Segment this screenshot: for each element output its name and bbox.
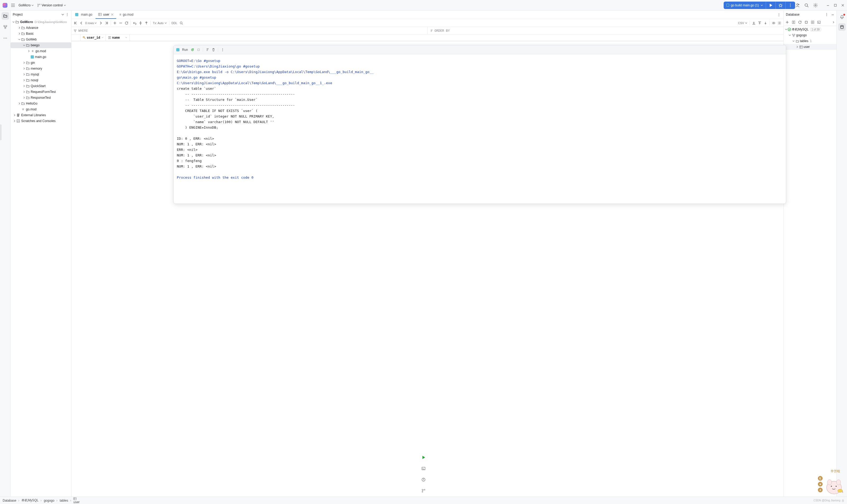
- upload-icon[interactable]: [758, 21, 761, 25]
- tabs-more-icon[interactable]: [777, 13, 781, 17]
- breadcrumb-item[interactable]: Database: [3, 499, 16, 502]
- tree-row-gin[interactable]: gin: [11, 60, 71, 66]
- tx-dropdown[interactable]: Tx: Auto: [153, 21, 167, 24]
- chevron-down-icon[interactable]: [61, 13, 64, 16]
- prev-page-icon[interactable]: [79, 21, 83, 25]
- commit-icon[interactable]: [139, 21, 142, 25]
- column-header-name[interactable]: name: [106, 34, 130, 41]
- last-page-icon[interactable]: [105, 21, 109, 25]
- project-tool-button[interactable]: [2, 12, 9, 20]
- project-tree[interactable]: GoMicro D:\DingJiaxiong\GoMicro AdvanceB…: [11, 19, 71, 497]
- search-everywhere-icon[interactable]: [804, 3, 809, 8]
- hide-panel-icon[interactable]: [831, 13, 834, 16]
- chevron-down-icon: [760, 4, 763, 6]
- chevron-icon[interactable]: [832, 21, 835, 23]
- tree-row-goweb[interactable]: GoWeb: [11, 37, 71, 42]
- reload-icon[interactable]: [125, 21, 128, 25]
- breadcrumb-item[interactable]: user: [73, 497, 79, 504]
- db-table-row[interactable]: user: [784, 44, 836, 50]
- tree-row-requestformtest[interactable]: RequestFormTest: [11, 89, 71, 95]
- run-config-selector[interactable]: go build main.go (1): [724, 2, 766, 9]
- clear-icon[interactable]: [212, 48, 215, 51]
- main-menu-icon[interactable]: [11, 3, 15, 8]
- db-schema-row[interactable]: gogogo: [784, 32, 836, 38]
- tree-row-basic[interactable]: Basic: [11, 31, 71, 37]
- tree-row-quickstart[interactable]: QuickStart: [11, 83, 71, 89]
- tree-root[interactable]: GoMicro D:\DingJiaxiong\GoMicro: [11, 19, 71, 25]
- structure-tool-button[interactable]: [2, 23, 9, 31]
- run-output[interactable]: GOROOT=E:\Go #gosetup GOPATH=C:\Users\Di…: [174, 54, 786, 203]
- caret-icon: [12, 21, 15, 23]
- stop-icon[interactable]: [805, 20, 808, 24]
- tree-row-mysql[interactable]: mysql: [11, 71, 71, 77]
- export-dropdown[interactable]: CSV: [738, 21, 747, 24]
- db-tables-row[interactable]: tables 1: [784, 38, 836, 44]
- close-tab-icon[interactable]: [111, 13, 113, 16]
- next-page-icon[interactable]: [99, 21, 103, 25]
- tab-go-mod[interactable]: ≡go.mod: [117, 11, 136, 19]
- breadcrumb-item[interactable]: 本机MySQL: [21, 498, 38, 503]
- tree-row-external libraries[interactable]: External Libraries: [11, 112, 71, 118]
- breadcrumb-item[interactable]: tables: [59, 499, 68, 502]
- refresh-icon[interactable]: [798, 20, 802, 24]
- database-toolbar: [784, 19, 836, 26]
- rollback-icon[interactable]: [133, 21, 137, 25]
- project-dropdown[interactable]: GoMicro: [19, 3, 34, 7]
- tree-row-go.mod[interactable]: ≡go.mod: [11, 48, 71, 54]
- database-tool-button[interactable]: [838, 23, 846, 31]
- code-with-me-icon[interactable]: [795, 3, 800, 8]
- kebab-icon[interactable]: [66, 13, 69, 16]
- where-filter[interactable]: WHERE: [71, 27, 428, 34]
- debug-button[interactable]: [776, 2, 786, 9]
- tree-row-responsetest[interactable]: ResponseTest: [11, 95, 71, 101]
- search-icon[interactable]: [179, 21, 183, 25]
- download-icon[interactable]: [752, 21, 756, 25]
- kebab-icon[interactable]: [221, 48, 224, 52]
- db-connection-row[interactable]: 本机MySQL 1 of 39: [784, 26, 836, 32]
- window-close-icon[interactable]: [841, 4, 844, 7]
- window-maximize-icon[interactable]: [834, 4, 837, 7]
- more-tool-button[interactable]: [2, 34, 9, 42]
- data-grid-icon[interactable]: [811, 20, 814, 24]
- window-minimize-icon[interactable]: [826, 4, 830, 7]
- run-button[interactable]: [766, 2, 776, 9]
- tree-row-advance[interactable]: Advance: [11, 25, 71, 31]
- rerun-icon[interactable]: [191, 48, 194, 52]
- chevron-down-icon: [745, 22, 747, 24]
- table-settings-icon[interactable]: [778, 21, 781, 25]
- first-page-icon[interactable]: [74, 21, 77, 25]
- tree-row-beego[interactable]: beego: [11, 42, 71, 48]
- database-tree[interactable]: 本机MySQL 1 of 39 gogogo tables 1 user: [784, 26, 836, 50]
- tree-row-go.mod[interactable]: ≡go.mod: [11, 106, 71, 112]
- jump-to-console-icon[interactable]: [817, 20, 821, 24]
- scratch-icon: [16, 119, 20, 123]
- pin-icon[interactable]: [763, 21, 767, 25]
- notifications-button[interactable]: [838, 13, 846, 21]
- soft-wrap-icon[interactable]: [206, 48, 209, 51]
- duplicate-icon[interactable]: [792, 20, 795, 24]
- row-count-dropdown[interactable]: 0 rows: [85, 21, 97, 24]
- tab-user[interactable]: user: [95, 11, 116, 19]
- submit-icon[interactable]: [145, 21, 148, 25]
- bug-icon: [778, 3, 783, 7]
- add-row-icon[interactable]: [113, 21, 117, 25]
- view-icon[interactable]: [772, 21, 776, 25]
- tree-row-scratches and consoles[interactable]: Scratches and Consoles: [11, 118, 71, 124]
- tab-main-go[interactable]: main.go: [73, 11, 95, 19]
- add-datasource-icon[interactable]: [785, 20, 789, 24]
- kebab-icon[interactable]: [825, 13, 828, 16]
- panel-resize-handle[interactable]: [0, 124, 2, 140]
- stop-icon[interactable]: [197, 48, 200, 51]
- run-more-button[interactable]: [786, 2, 795, 9]
- remove-row-icon[interactable]: [119, 21, 123, 25]
- tree-row-memory[interactable]: memory: [11, 66, 71, 71]
- breadcrumb-item[interactable]: gogogo: [44, 499, 54, 502]
- tree-row-main.go[interactable]: main.go: [11, 54, 71, 60]
- orderby-filter[interactable]: ORDER BY: [428, 27, 784, 34]
- column-header-user_id[interactable]: user_id: [80, 34, 106, 41]
- tree-row-nosql[interactable]: nosql: [11, 77, 71, 83]
- settings-icon[interactable]: [813, 3, 818, 8]
- vcs-dropdown[interactable]: Version control: [37, 3, 66, 7]
- ddl-button[interactable]: DDL: [172, 21, 177, 24]
- tree-row-hellogo[interactable]: HelloGo: [11, 101, 71, 106]
